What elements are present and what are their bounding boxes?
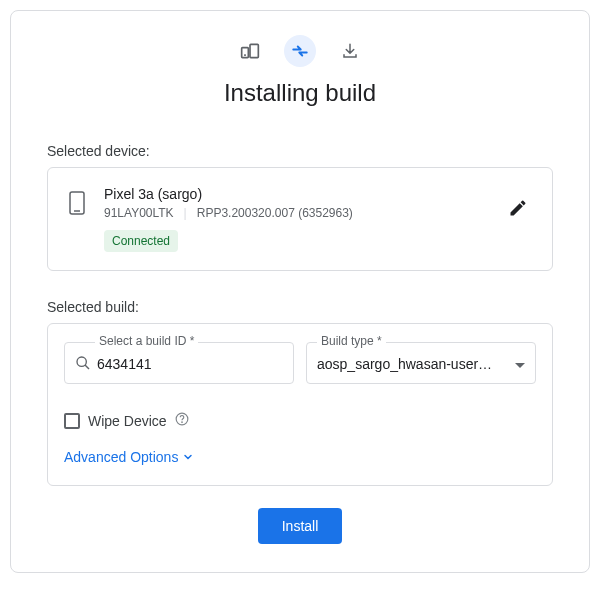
build-card: Select a build ID * Build type * aosp_sa…	[47, 323, 553, 486]
svg-rect-1	[250, 44, 258, 57]
build-id-input[interactable]	[97, 356, 283, 372]
device-step-icon	[234, 35, 266, 67]
install-button-row: Install	[47, 508, 553, 544]
device-build-info: RPP3.200320.007 (6352963)	[197, 206, 353, 220]
install-build-card: Installing build Selected device: Pixel …	[10, 10, 590, 573]
transfer-step-icon	[284, 35, 316, 67]
status-badge: Connected	[104, 230, 178, 252]
download-step-icon	[334, 35, 366, 67]
step-icons-row	[47, 35, 553, 67]
wipe-device-checkbox[interactable]	[64, 413, 80, 429]
device-meta: 91LAY00LTK | RPP3.200320.007 (6352963)	[104, 206, 486, 220]
svg-line-6	[85, 365, 89, 369]
build-fields-row: Select a build ID * Build type * aosp_sa…	[64, 342, 536, 384]
phone-icon	[68, 190, 86, 219]
help-icon[interactable]	[175, 412, 189, 429]
install-button[interactable]: Install	[258, 508, 343, 544]
meta-divider: |	[184, 206, 187, 220]
search-icon	[75, 355, 91, 374]
build-id-field[interactable]: Select a build ID *	[64, 342, 294, 384]
device-info: Pixel 3a (sargo) 91LAY00LTK | RPP3.20032…	[104, 186, 486, 252]
pencil-icon	[508, 198, 528, 218]
advanced-options-label: Advanced Options	[64, 449, 178, 465]
advanced-options-toggle[interactable]: Advanced Options	[64, 449, 194, 465]
build-id-label: Select a build ID *	[95, 334, 198, 348]
wipe-device-label: Wipe Device	[88, 413, 167, 429]
device-name: Pixel 3a (sargo)	[104, 186, 486, 202]
device-card: Pixel 3a (sargo) 91LAY00LTK | RPP3.20032…	[47, 167, 553, 271]
wipe-device-row: Wipe Device	[64, 412, 536, 429]
svg-rect-0	[242, 48, 249, 58]
build-type-field[interactable]: Build type * aosp_sargo_hwasan-user…	[306, 342, 536, 384]
selected-device-label: Selected device:	[47, 143, 553, 159]
chevron-down-icon	[515, 356, 525, 372]
page-title: Installing build	[47, 79, 553, 107]
build-type-value: aosp_sargo_hwasan-user…	[317, 356, 515, 372]
selected-build-label: Selected build:	[47, 299, 553, 315]
build-type-label: Build type *	[317, 334, 386, 348]
svg-point-8	[181, 422, 182, 423]
chevron-down-icon	[182, 451, 194, 463]
device-serial: 91LAY00LTK	[104, 206, 174, 220]
edit-device-button[interactable]	[504, 194, 532, 225]
svg-point-5	[77, 357, 86, 366]
